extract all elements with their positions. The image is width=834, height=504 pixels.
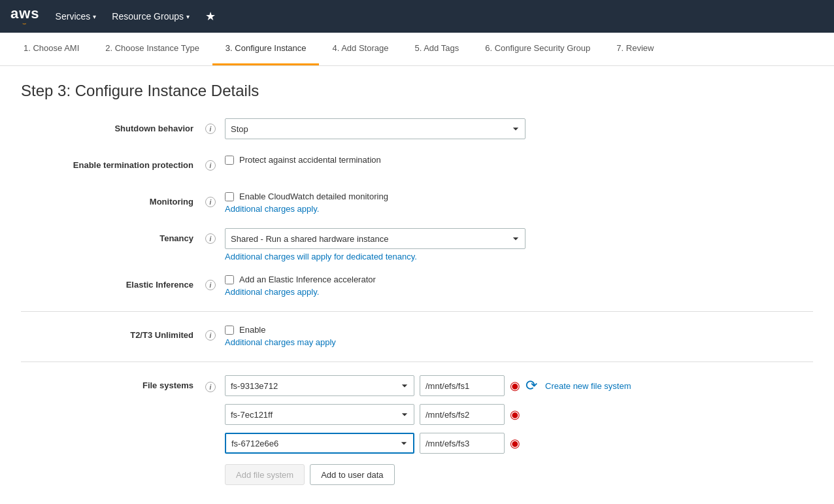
info-circle-icon[interactable]: i <box>205 382 216 392</box>
page-title: Step 3: Configure Instance Details <box>21 82 813 100</box>
top-navigation: aws ⌣ Services ▾ Resource Groups ▾ ★ <box>0 0 834 33</box>
step-add-storage[interactable]: 4. Add Storage <box>319 33 401 65</box>
info-circle-icon[interactable]: i <box>205 160 216 171</box>
info-circle-icon[interactable]: i <box>205 330 216 341</box>
services-label: Services <box>56 11 91 22</box>
step-configure-instance[interactable]: 3. Configure Instance <box>212 33 320 65</box>
tenancy-charges-link[interactable]: Additional charges will apply for dedica… <box>225 252 813 261</box>
file-systems-row: File systems i fs-9313e712 ◉ ⟳ Create ne… <box>21 375 813 485</box>
monitoring-row: Monitoring i Enable CloudWatch detailed … <box>21 192 813 215</box>
t2t3-checkbox-label[interactable]: Enable <box>225 325 813 335</box>
termination-protection-label: Enable termination protection <box>21 155 204 170</box>
step-configure-security-group[interactable]: 6. Configure Security Group <box>472 33 603 65</box>
remove-fs3-icon[interactable]: ◉ <box>510 436 520 450</box>
t2t3-row: T2/T3 Unlimited i Enable Additional char… <box>21 325 813 348</box>
elastic-inference-row: Elastic Inference i Add an Elastic Infer… <box>21 275 813 298</box>
file-systems-info[interactable]: i <box>204 375 217 392</box>
info-circle-icon[interactable]: i <box>205 233 216 244</box>
t2t3-checkbox[interactable] <box>225 326 234 335</box>
main-content: Step 3: Configure Instance Details Shutd… <box>0 66 834 504</box>
tenancy-row: Tenancy i Shared - Run a shared hardware… <box>21 228 813 261</box>
t2t3-charges-link[interactable]: Additional charges may apply <box>225 337 813 347</box>
resource-groups-label: Resource Groups <box>112 11 184 22</box>
resource-groups-nav-item[interactable]: Resource Groups ▾ <box>112 11 190 22</box>
divider-1 <box>21 311 813 312</box>
divider-2 <box>21 361 813 362</box>
info-circle-icon[interactable]: i <box>205 197 216 207</box>
file-system-path-3[interactable] <box>420 433 505 454</box>
info-circle-icon[interactable]: i <box>205 280 216 290</box>
remove-fs2-icon[interactable]: ◉ <box>510 407 520 422</box>
file-system-action-buttons: Add file system Add to user data <box>225 464 813 485</box>
remove-fs1-icon[interactable]: ◉ <box>510 378 520 393</box>
file-systems-control: fs-9313e712 ◉ ⟳ Create new file system f… <box>225 375 813 485</box>
termination-protection-checkbox-label[interactable]: Protect against accidental termination <box>225 155 813 165</box>
termination-protection-info[interactable]: i <box>204 155 217 171</box>
file-system-row-2: fs-7ec121ff ◉ <box>225 404 813 425</box>
termination-protection-row: Enable termination protection i Protect … <box>21 155 813 178</box>
termination-protection-checkbox[interactable] <box>225 156 234 165</box>
file-system-select-3[interactable]: fs-6712e6e6 <box>225 433 414 454</box>
steps-bar: 1. Choose AMI 2. Choose Instance Type 3.… <box>0 33 834 66</box>
aws-logo: aws ⌣ <box>10 5 40 27</box>
pin-icon[interactable]: ★ <box>205 9 216 24</box>
file-system-select-2[interactable]: fs-7ec121ff <box>225 404 414 425</box>
step-choose-ami[interactable]: 1. Choose AMI <box>10 33 92 65</box>
file-systems-label: File systems <box>21 375 204 390</box>
step-review[interactable]: 7. Review <box>603 33 667 65</box>
step-choose-instance-type[interactable]: 2. Choose Instance Type <box>92 33 212 65</box>
add-to-user-data-button[interactable]: Add to user data <box>310 464 394 485</box>
t2t3-control: Enable Additional charges may apply <box>225 325 813 347</box>
shutdown-behavior-select[interactable]: Stop Terminate <box>225 118 525 139</box>
services-nav-item[interactable]: Services ▾ <box>56 11 97 22</box>
tenancy-select[interactable]: Shared - Run a shared hardware instance … <box>225 228 525 249</box>
elastic-inference-checkbox[interactable] <box>225 275 234 284</box>
elastic-inference-control: Add an Elastic Inference accelerator Add… <box>225 275 813 297</box>
services-chevron-icon: ▾ <box>93 13 96 20</box>
monitoring-checkbox[interactable] <box>225 192 234 201</box>
elastic-inference-info[interactable]: i <box>204 275 217 290</box>
elastic-inference-label: Elastic Inference <box>21 275 204 290</box>
file-system-row-1: fs-9313e712 ◉ ⟳ Create new file system <box>225 375 813 396</box>
monitoring-checkbox-label[interactable]: Enable CloudWatch detailed monitoring <box>225 192 813 201</box>
t2t3-info[interactable]: i <box>204 325 217 341</box>
create-file-system-link[interactable]: Create new file system <box>545 381 631 391</box>
t2t3-label: T2/T3 Unlimited <box>21 325 204 340</box>
elastic-inference-charges-link[interactable]: Additional charges apply. <box>225 287 813 297</box>
file-system-path-1[interactable] <box>420 375 505 396</box>
tenancy-control: Shared - Run a shared hardware instance … <box>225 228 813 261</box>
monitoring-charges-link[interactable]: Additional charges apply. <box>225 204 813 214</box>
shutdown-behavior-info[interactable]: i <box>204 118 217 134</box>
resource-groups-chevron-icon: ▾ <box>186 13 190 20</box>
file-system-select-1[interactable]: fs-9313e712 <box>225 375 414 396</box>
tenancy-label: Tenancy <box>21 228 204 243</box>
shutdown-behavior-row: Shutdown behavior i Stop Terminate <box>21 118 813 142</box>
shutdown-behavior-control: Stop Terminate <box>225 118 813 139</box>
file-system-row-3: fs-6712e6e6 ◉ <box>225 433 813 454</box>
termination-protection-control: Protect against accidental termination <box>225 155 813 165</box>
elastic-inference-checkbox-label[interactable]: Add an Elastic Inference accelerator <box>225 275 813 284</box>
tenancy-info[interactable]: i <box>204 228 217 244</box>
monitoring-control: Enable CloudWatch detailed monitoring Ad… <box>225 192 813 214</box>
file-system-path-2[interactable] <box>420 404 505 425</box>
shutdown-behavior-label: Shutdown behavior <box>21 118 204 133</box>
info-circle-icon[interactable]: i <box>205 124 216 134</box>
add-file-system-button[interactable]: Add file system <box>225 464 305 485</box>
monitoring-info[interactable]: i <box>204 192 217 207</box>
monitoring-label: Monitoring <box>21 192 204 207</box>
refresh-fs1-icon[interactable]: ⟳ <box>525 377 537 394</box>
step-add-tags[interactable]: 5. Add Tags <box>401 33 472 65</box>
